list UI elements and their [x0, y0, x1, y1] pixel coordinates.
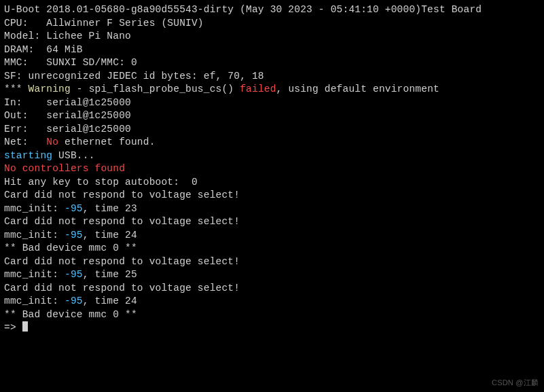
err-line: Err: serial@1c25000 — [4, 123, 540, 137]
net-line: Net: No ethernet found. — [4, 136, 540, 149]
warning-label: Warning — [29, 84, 71, 94]
mmc-init-line: mmc_init: -95, time 25 — [4, 268, 540, 282]
mmc-init-line: mmc_init: -95, time 23 — [4, 202, 540, 216]
watermark: CSDN @江麟 — [492, 376, 539, 390]
out-line: Out: serial@1c25000 — [4, 109, 540, 123]
terminal-output: U-Boot 2018.01-05680-g8a90d55543-dirty (… — [4, 3, 540, 335]
prompt-line[interactable]: => — [4, 321, 540, 335]
cursor-icon — [22, 321, 28, 332]
starting-label: starting — [4, 150, 52, 161]
dram-line: DRAM: 64 MiB — [4, 43, 540, 57]
autoboot-line: Hit any key to stop autoboot: 0 — [4, 176, 540, 190]
card-line: Card did not respond to voltage select! — [4, 215, 540, 229]
card-line: Card did not respond to voltage select! — [4, 282, 540, 296]
warning-line: *** Warning - spi_flash_probe_bus_cs() f… — [4, 83, 540, 96]
model-line: Model: Lichee Pi Nano — [4, 30, 540, 43]
cpu-line: CPU: Allwinner F Series (SUNIV) — [4, 17, 540, 31]
card-line: Card did not respond to voltage select! — [4, 255, 540, 269]
bad-device-line: ** Bad device mmc 0 ** — [4, 308, 540, 322]
uboot-version-line: U-Boot 2018.01-05680-g8a90d55543-dirty (… — [4, 3, 540, 17]
usb-line: starting USB... — [4, 149, 540, 163]
sf-line: SF: unrecognized JEDEC id bytes: ef, 70,… — [4, 70, 540, 84]
mmc-init-line: mmc_init: -95, time 24 — [4, 229, 540, 243]
no-controllers-line: No controllers found — [4, 162, 540, 176]
failed-label: failed — [240, 84, 276, 94]
card-line: Card did not respond to voltage select! — [4, 189, 540, 202]
mmc-init-line: mmc_init: -95, time 24 — [4, 295, 540, 308]
mmc-line: MMC: SUNXI SD/MMC: 0 — [4, 56, 540, 70]
bad-device-line: ** Bad device mmc 0 ** — [4, 242, 540, 255]
no-label: No — [46, 137, 58, 147]
prompt-symbol: => — [4, 322, 22, 333]
in-line: In: serial@1c25000 — [4, 96, 540, 110]
